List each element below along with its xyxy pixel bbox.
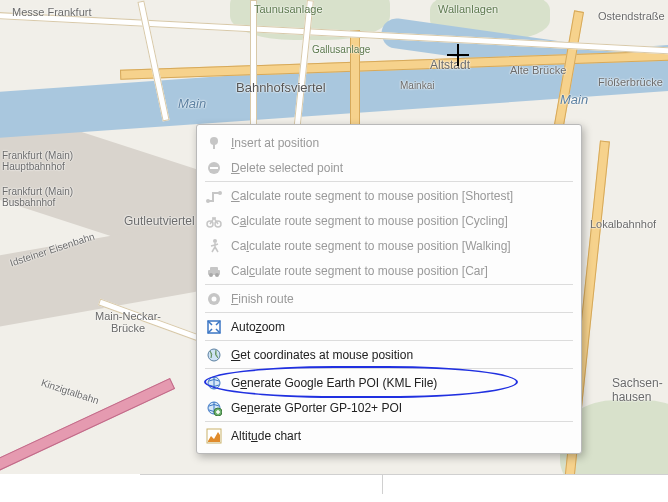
menu-item-route-walking: Calculate route segment to mouse positio… (197, 233, 581, 258)
menu-item-label: Generate GPorter GP-102+ POI (231, 401, 571, 415)
map-label: Taunusanlage (254, 3, 323, 15)
minus-icon (205, 159, 223, 177)
menu-separator (205, 284, 573, 285)
map-label: Alte Brücke (510, 64, 566, 76)
route-short-icon (205, 187, 223, 205)
walk-icon (205, 237, 223, 255)
flag-icon (205, 290, 223, 308)
chart-icon (205, 427, 223, 445)
car-icon (205, 262, 223, 280)
menu-separator (205, 340, 573, 341)
svg-rect-1 (213, 143, 215, 149)
map-label: Main (560, 92, 588, 107)
map-label: Messe Frankfurt (12, 6, 91, 18)
bike-icon (205, 212, 223, 230)
map-label: Frankfurt (Main) Hauptbahnhof (2, 150, 82, 172)
pin-icon (205, 134, 223, 152)
menu-item-delete: Delete selected point (197, 155, 581, 180)
svg-point-8 (213, 239, 217, 243)
menu-item-insert: Insert at position (197, 130, 581, 155)
svg-point-12 (215, 273, 219, 277)
menu-item-label: Calculate route segment to mouse positio… (231, 189, 571, 203)
menu-item-route-cycling: Calculate route segment to mouse positio… (197, 208, 581, 233)
menu-item-finish: Finish route (197, 286, 581, 311)
map-label: Wallanlagen (438, 3, 498, 15)
menu-separator (205, 312, 573, 313)
map-label: Sachsen-hausen (612, 376, 668, 404)
map-label: Bahnhofsviertel (236, 80, 326, 95)
menu-item-label: Delete selected point (231, 161, 571, 175)
globe-blue-icon (205, 374, 223, 392)
menu-item-label: Insert at position (231, 136, 571, 150)
menu-item-route-shortest: Calculate route segment to mouse positio… (197, 183, 581, 208)
map-label: Main (178, 96, 206, 111)
map-label: Mainkai (400, 80, 434, 91)
map-label: Ostendstraße (598, 10, 665, 22)
map-label: Frankfurt (Main) Busbahnhof (2, 186, 82, 208)
status-area (0, 474, 668, 502)
autozoom-icon (205, 318, 223, 336)
menu-item-label: Generate Google Earth POI (KML File) (231, 376, 571, 390)
menu-separator (205, 181, 573, 182)
svg-point-11 (209, 273, 213, 277)
svg-rect-10 (210, 267, 218, 271)
menu-item-get-coords[interactable]: Get coordinates at mouse position (197, 342, 581, 367)
map-label: Main-Neckar-Brücke (88, 310, 168, 334)
menu-item-label: Altitude chart (231, 429, 571, 443)
menu-item-autozoom[interactable]: Autozoom (197, 314, 581, 339)
svg-rect-3 (210, 167, 218, 169)
menu-item-label: Calculate route segment to mouse positio… (231, 264, 571, 278)
globe-green-icon (205, 399, 223, 417)
map-label: Lokalbahnhof (590, 218, 656, 230)
svg-point-4 (206, 199, 210, 203)
globe-icon (205, 346, 223, 364)
svg-point-16 (208, 349, 220, 361)
menu-item-kml[interactable]: Generate Google Earth POI (KML File) (197, 370, 581, 395)
svg-point-14 (212, 296, 217, 301)
menu-item-label: Autozoom (231, 320, 571, 334)
menu-separator (205, 421, 573, 422)
menu-item-label: Get coordinates at mouse position (231, 348, 571, 362)
menu-item-altitude[interactable]: Altitude chart (197, 423, 581, 448)
map-label: Flößerbrücke (598, 76, 663, 88)
map-label: Gutleutviertel (124, 214, 195, 228)
map-label: Gallusanlage (312, 44, 370, 55)
menu-item-gporter[interactable]: Generate GPorter GP-102+ POI (197, 395, 581, 420)
menu-separator (205, 368, 573, 369)
map-context-menu: Insert at positionDelete selected pointC… (196, 124, 582, 454)
menu-item-route-car: Calculate route segment to mouse positio… (197, 258, 581, 283)
menu-item-label: Finish route (231, 292, 571, 306)
menu-item-label: Calculate route segment to mouse positio… (231, 239, 571, 253)
menu-item-label: Calculate route segment to mouse positio… (231, 214, 571, 228)
map-label: Altstadt (430, 58, 470, 72)
svg-point-5 (218, 191, 222, 195)
